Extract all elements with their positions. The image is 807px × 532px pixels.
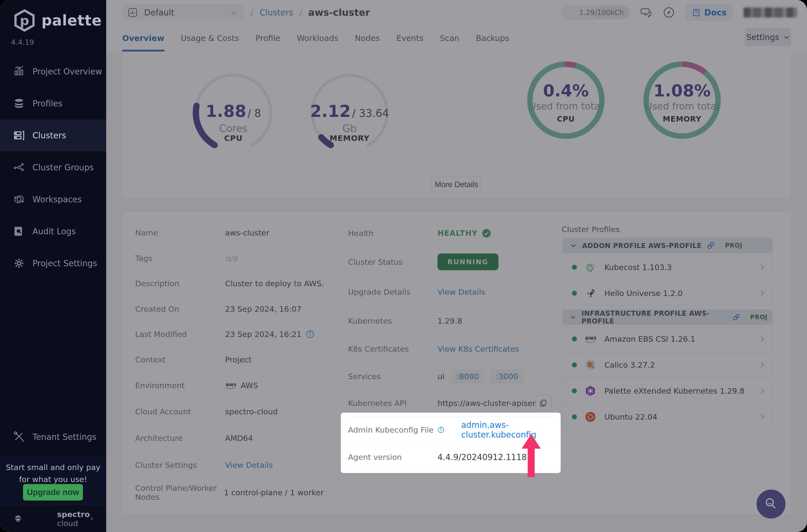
info-icon[interactable]	[305, 330, 315, 339]
sidebar-item-label: Audit Logs	[33, 227, 76, 236]
cpu-gauge-label: CPU	[188, 134, 278, 142]
memory-gauge-label: MEMORY	[304, 134, 394, 142]
orbit-icon	[13, 193, 25, 205]
profile-item-name: Ubuntu 22.04	[604, 412, 759, 421]
annotation-arrow-icon	[521, 434, 541, 477]
tab-scan[interactable]: Scan	[440, 25, 459, 52]
usage-card: 1.88 / 8 Cores CPU 2.12 / 33.64 Gb MEMOR…	[122, 52, 791, 198]
tab-backups[interactable]: Backups	[476, 25, 509, 52]
sidebar-item-cluster-groups[interactable]: Cluster Groups	[0, 151, 106, 183]
tab-workloads[interactable]: Workloads	[297, 25, 338, 52]
sidebar-item-project-overview[interactable]: Project Overview	[0, 55, 106, 88]
detail-label: K8s Certificates	[348, 344, 437, 354]
memory-donut-caption: Used from total	[640, 101, 725, 112]
network-icon	[13, 162, 25, 173]
cluster-tabs: Overview Usage & Costs Profile Workloads…	[106, 25, 807, 52]
status-dot	[572, 291, 577, 296]
detail-value: n/a	[225, 254, 237, 263]
tab-profile[interactable]: Profile	[255, 25, 280, 52]
cluster-profiles-title: Cluster Profiles	[562, 225, 620, 234]
status-dot	[572, 362, 577, 367]
service-port-link[interactable]: :8080	[451, 369, 484, 383]
upgrade-now-button[interactable]: Upgrade now	[23, 484, 83, 500]
compass-icon[interactable]	[663, 6, 675, 18]
detail-label: Tags	[135, 254, 225, 263]
cpu-total: / 8	[248, 107, 261, 119]
breadcrumb-clusters-link[interactable]: Clusters	[260, 8, 293, 18]
profile-item-name: Amazon EBS CSI 1.26.1	[604, 335, 759, 343]
profile-item-hello-universe[interactable]: Hello Universe 1.2.0	[563, 281, 772, 305]
tab-events[interactable]: Events	[396, 25, 423, 52]
addon-profile-header[interactable]: ADDON PROFILE AWS-PROFILE PROJ	[563, 238, 772, 253]
detail-label: Context	[135, 355, 225, 364]
sidebar-item-label: Profiles	[33, 99, 62, 108]
detail-row-created-on: Created On23 Sep 2024, 16:07	[135, 296, 339, 322]
tab-usage-costs[interactable]: Usage & Costs	[181, 25, 239, 52]
cluster-status-badge: RUNNING	[437, 253, 499, 270]
status-dot	[572, 388, 577, 393]
sidebar-item-profiles[interactable]: Profiles	[0, 88, 106, 119]
detail-label: Environment	[135, 381, 225, 390]
tab-nodes[interactable]: Nodes	[355, 25, 380, 52]
clusters-icon	[13, 129, 25, 141]
profile-item-calico[interactable]: Calico 3.27.2	[563, 353, 772, 377]
aws-logo-icon: aws	[584, 333, 596, 345]
settings-button[interactable]: Settings	[745, 28, 791, 46]
sidebar-item-workspaces[interactable]: Workspaces	[0, 183, 106, 215]
detail-value: 1 control-plane / 1 worker	[224, 488, 324, 497]
info-row-kubernetes: Kubernetes 1.29.8	[348, 307, 553, 335]
sidebar-item-clusters[interactable]: Clusters	[0, 119, 106, 151]
chevron-down-icon	[570, 242, 577, 249]
search-fab-button[interactable]	[756, 490, 786, 518]
link-icon	[707, 241, 715, 250]
layers-icon	[13, 97, 25, 109]
detail-row-nodes: Control Plane/Worker Nodes1 control-plan…	[135, 479, 339, 506]
health-value: HEALTHY	[437, 229, 478, 238]
spectro-cloud-logo-icon	[14, 511, 22, 527]
collapse-sidebar-icon[interactable]	[90, 514, 94, 523]
chevron-down-icon	[783, 34, 790, 40]
tab-overview[interactable]: Overview	[122, 25, 164, 52]
more-details-button[interactable]: More Details	[431, 177, 482, 192]
service-port-link[interactable]: :3000	[491, 369, 523, 383]
chevron-down-icon	[230, 9, 237, 16]
breadcrumb-separator: /	[299, 7, 302, 18]
svg-text:aws: aws	[226, 381, 236, 387]
profile-item-ubuntu[interactable]: Ubuntu 22.04	[563, 405, 772, 429]
detail-row-cluster-settings: Cluster SettingsView Details	[135, 451, 339, 479]
sidebar-footer: spectro cloud	[0, 505, 106, 532]
sidebar-item-tenant-settings[interactable]: Tenant Settings	[0, 421, 119, 453]
view-details-link[interactable]: View Details	[225, 460, 273, 470]
palette-logo: p palette	[13, 9, 102, 32]
sidebar-item-audit-logs[interactable]: Audit Logs	[0, 215, 106, 247]
info-icon[interactable]	[437, 425, 445, 435]
project-selector-value: Default	[144, 8, 174, 18]
view-k8s-certificates-link[interactable]: View K8s Certificates	[437, 344, 519, 354]
docs-button[interactable]: Docs	[686, 4, 733, 21]
detail-row-context: ContextProject	[135, 347, 339, 373]
sidebar-item-project-settings[interactable]: Project Settings	[0, 247, 106, 279]
upgrade-details-link[interactable]: View Details	[437, 287, 485, 297]
info-row-upgrade: Upgrade Details View Details	[348, 277, 553, 307]
profile-item-kubecost[interactable]: Kubecost 1.103.3	[563, 255, 772, 279]
status-dot	[572, 337, 577, 341]
project-icon	[128, 7, 138, 18]
detail-value: AMD64	[225, 434, 253, 442]
kubecost-icon	[584, 261, 596, 273]
svg-text:aws: aws	[585, 335, 596, 341]
book-icon	[692, 8, 701, 17]
copy-api-url-button[interactable]	[536, 395, 551, 411]
profile-item-ebs-csi[interactable]: aws Amazon EBS CSI 1.26.1	[563, 327, 772, 351]
upgrade-promo: Start small and only pay for what you us…	[0, 455, 106, 505]
user-name-redacted[interactable]	[744, 7, 797, 18]
profile-item-name: Palette eXtended Kubernetes 1.29.8	[604, 386, 759, 395]
detail-value: AWS	[241, 381, 258, 390]
info-row-certs: K8s Certificates View K8s Certificates	[348, 335, 553, 363]
profile-item-pxk[interactable]: Palette eXtended Kubernetes 1.29.8	[563, 379, 772, 403]
detail-row-architecture: ArchitectureAMD64	[135, 425, 339, 451]
card-divider	[457, 60, 457, 190]
infrastructure-profile-header[interactable]: INFRASTRUCTURE PROFILE AWS-PROFILE PROJ	[563, 309, 772, 325]
chat-icon[interactable]	[640, 7, 652, 18]
profile-section-title: INFRASTRUCTURE PROFILE AWS-PROFILE	[581, 309, 728, 325]
project-selector[interactable]: Default	[123, 4, 243, 20]
